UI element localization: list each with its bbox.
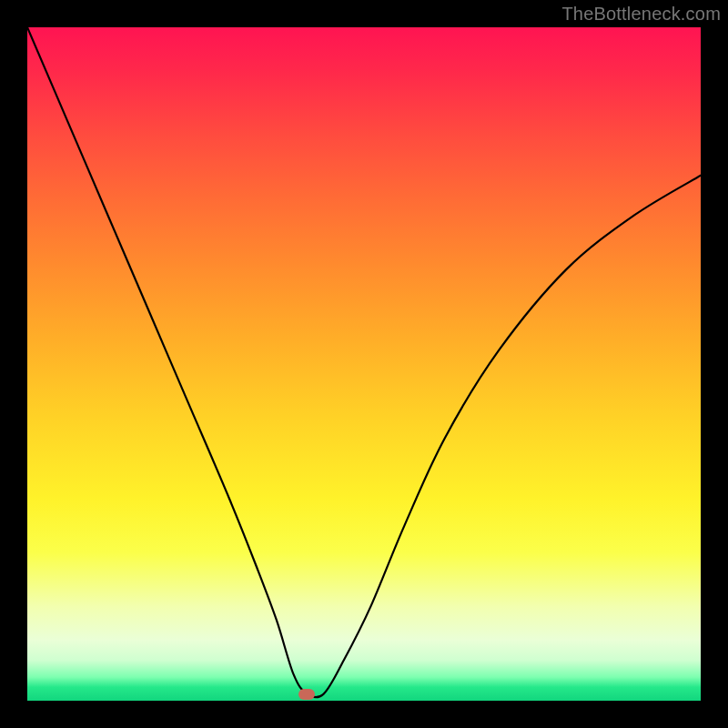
watermark-text: TheBottleneck.com (561, 4, 721, 25)
chart-frame: TheBottleneck.com (0, 0, 728, 728)
plot-gradient-background (27, 27, 701, 701)
optimal-point-marker (298, 689, 315, 700)
